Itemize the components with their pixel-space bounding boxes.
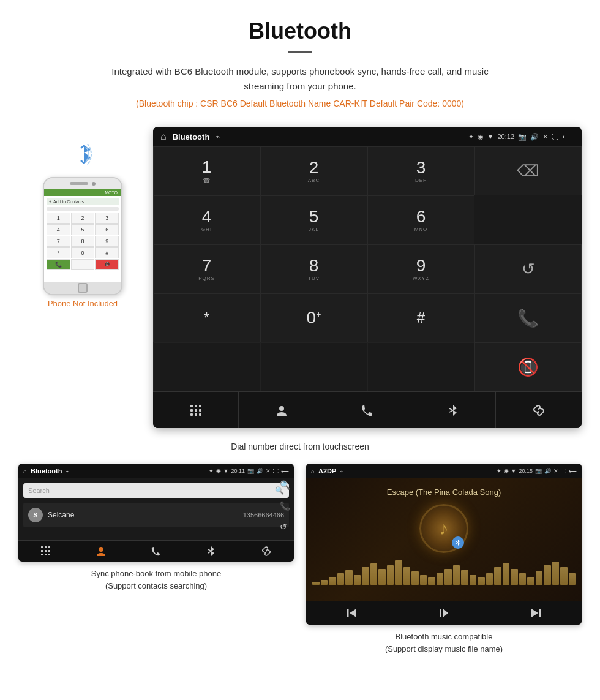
page-title: Bluetooth — [12, 18, 588, 44]
bluetooth-signal-icon — [67, 139, 98, 170]
eq-bar — [403, 567, 411, 585]
svg-rect-14 — [45, 550, 47, 552]
dial-key-9[interactable]: 9 WXYZ — [367, 244, 474, 293]
music-body: Escape (The Pina Colada Song) ♪ — [306, 478, 582, 601]
dial-key-7[interactable]: 7 PQRS — [153, 244, 260, 293]
phone-key-4[interactable]: 4 — [47, 224, 70, 235]
phone-home-button[interactable] — [78, 283, 88, 293]
pb-tool-bluetooth[interactable] — [184, 546, 239, 557]
dial-key-star[interactable]: * — [153, 293, 260, 342]
pb-tool-dialpad[interactable] — [18, 546, 73, 557]
pb-call-side-icon[interactable]: 📞 — [280, 501, 290, 511]
music-song-title: Escape (The Pina Colada Song) — [387, 487, 501, 497]
page-description: Integrated with BC6 Bluetooth module, su… — [101, 64, 499, 94]
dial-toolbar-bluetooth[interactable] — [410, 392, 496, 428]
dial-keypad-grid: 1 ☎ 2 ABC 3 DEF ⌫ 4 GHI — [153, 146, 582, 391]
pb-contact-row[interactable]: S Seicane 13566664466 — [23, 503, 289, 527]
statusbar-left: ⌂ Bluetooth ⌁ — [160, 131, 220, 142]
eq-bar — [552, 562, 560, 585]
music-skip-prev[interactable] — [306, 606, 398, 620]
phone-mock: MOTO + Add to Contacts 1 2 3 4 5 — [43, 177, 122, 295]
fullscreen-icon[interactable]: ⛶ — [552, 133, 558, 140]
phone-key-1[interactable]: 1 — [47, 213, 70, 224]
camera-icon[interactable]: 📷 — [518, 133, 527, 141]
music-bluetooth-overlay — [452, 536, 464, 549]
svg-rect-22 — [440, 609, 441, 617]
music-play-pause[interactable] — [398, 606, 490, 620]
dial-key-reload[interactable]: ↺ — [474, 244, 582, 293]
dial-toolbar-phone[interactable] — [324, 392, 410, 428]
phone-key-end[interactable]: 📵 — [95, 259, 119, 270]
eq-bar — [569, 573, 576, 585]
dial-key-hash[interactable]: # — [367, 293, 474, 342]
close-icon[interactable]: ✕ — [542, 133, 548, 141]
music-statusbar-right: ✦◉▼ 20:15 📷🔊✕⛶⟵ — [497, 468, 577, 474]
pb-tool-phone[interactable] — [129, 546, 184, 557]
phone-key-star[interactable]: * — [47, 247, 70, 258]
dial-key-6[interactable]: 6 MNO — [367, 195, 474, 244]
home-icon[interactable]: ⌂ — [160, 131, 167, 142]
dial-key-4[interactable]: 4 GHI — [153, 195, 260, 244]
dial-key-1[interactable]: 1 ☎ — [153, 146, 260, 195]
dial-key-backspace[interactable]: ⌫ — [474, 146, 582, 195]
pb-search-bar[interactable]: Search 🔍 — [23, 483, 289, 498]
phone-key-6[interactable]: 6 — [95, 224, 119, 235]
phone-key-2[interactable]: 2 — [71, 213, 95, 224]
music-note-icon: ♪ — [440, 518, 449, 539]
dial-toolbar-link[interactable] — [496, 392, 582, 428]
phone-key-3[interactable]: 3 — [95, 213, 119, 224]
eq-bar — [337, 573, 345, 585]
music-screenshot: ⌂ A2DP ⌁ ✦◉▼ 20:15 📷🔊✕⛶⟵ Escape (The Pin… — [306, 464, 582, 625]
dial-key-0[interactable]: 0+ — [260, 293, 367, 342]
pb-tool-link[interactable] — [239, 546, 294, 557]
eq-bar — [437, 573, 444, 585]
dial-screen: ⌂ Bluetooth ⌁ ✦ ◉ ▼ 20:12 📷 🔊 ✕ ⛶ ⟵ — [153, 127, 582, 428]
volume-icon[interactable]: 🔊 — [530, 133, 539, 141]
music-skip-next[interactable] — [490, 606, 582, 620]
eq-bar — [321, 580, 328, 585]
eq-bar — [387, 565, 394, 585]
svg-rect-15 — [48, 550, 50, 552]
dial-toolbar-contacts[interactable] — [239, 392, 324, 428]
dial-empty-1 — [153, 342, 260, 391]
music-toolbar — [306, 601, 582, 625]
music-album-art: ♪ — [419, 504, 468, 553]
dial-key-2[interactable]: 2 ABC — [260, 146, 367, 195]
phone-key-5[interactable]: 5 — [71, 224, 95, 235]
phonebook-screenshot: ⌂ Bluetooth ⌁ ✦◉▼ 20:11 📷🔊✕⛶⟵ Search 🔍 — [18, 464, 294, 562]
music-statusbar: ⌂ A2DP ⌁ ✦◉▼ 20:15 📷🔊✕⛶⟵ — [306, 464, 582, 478]
dial-key-8[interactable]: 8 TUV — [260, 244, 367, 293]
dial-key-call[interactable]: 📞 — [474, 293, 582, 342]
dial-key-3[interactable]: 3 DEF — [367, 146, 474, 195]
eq-bar — [453, 565, 460, 585]
phone-display — [47, 207, 119, 211]
dial-statusbar: ⌂ Bluetooth ⌁ ✦ ◉ ▼ 20:12 📷 🔊 ✕ ⛶ ⟵ — [153, 127, 582, 146]
eq-bar — [486, 573, 493, 585]
svg-marker-23 — [443, 609, 448, 617]
dial-key-end[interactable]: 📵 — [474, 342, 582, 391]
phone-key-call[interactable]: 📞 — [47, 259, 70, 270]
phone-key-hash[interactable]: # — [95, 247, 119, 258]
statusbar-right: ✦ ◉ ▼ 20:12 📷 🔊 ✕ ⛶ ⟵ — [468, 132, 574, 141]
pb-reload-side-icon[interactable]: ↺ — [280, 522, 290, 532]
dial-toolbar-dialpad[interactable] — [153, 392, 239, 428]
phone-key-0[interactable]: 0 — [71, 247, 95, 258]
pb-right-icons: 🔍 📞 ↺ — [280, 480, 290, 532]
eq-bar — [411, 571, 419, 585]
music-caption: Bluetooth music compatible (Support disp… — [385, 631, 503, 655]
phone-key-8[interactable]: 8 — [71, 236, 95, 247]
phone-key-7[interactable]: 7 — [47, 236, 70, 247]
usb-icon: ⌁ — [216, 132, 220, 141]
eq-bar — [519, 573, 527, 585]
dial-key-5[interactable]: 5 JKL — [260, 195, 367, 244]
svg-marker-21 — [350, 609, 356, 617]
phone-key-9[interactable]: 9 — [95, 236, 119, 247]
back-icon[interactable]: ⟵ — [562, 132, 574, 141]
music-home-icon[interactable]: ⌂ — [311, 468, 315, 475]
pb-search-side-icon[interactable]: 🔍 — [280, 480, 290, 490]
svg-rect-20 — [347, 609, 349, 617]
pb-tool-contacts[interactable] — [73, 546, 129, 557]
phone-brand: MOTO — [44, 189, 121, 196]
eq-bar — [370, 563, 378, 585]
pb-home-icon[interactable]: ⌂ — [23, 468, 27, 475]
